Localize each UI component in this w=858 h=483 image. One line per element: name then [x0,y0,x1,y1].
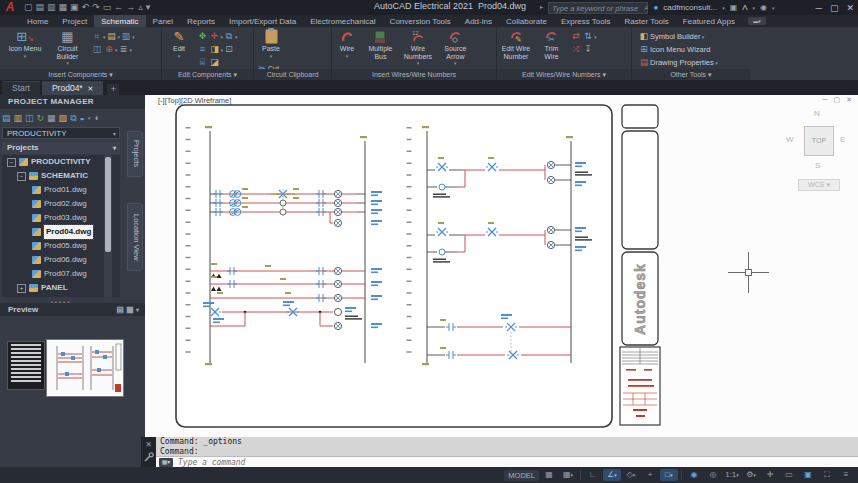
publish-icon[interactable]: ◒ [80,113,85,123]
details-icon[interactable]: ◖ [94,113,99,123]
wire-button[interactable]: Wire▾ [334,29,360,59]
source-arrow-button[interactable]: Source Arrow▾ [439,29,471,66]
autocad-logo-icon[interactable]: A [2,1,18,14]
ribbon-tab-conversion-tools[interactable]: Conversion Tools [383,15,458,27]
ribbon-tab-collaborate[interactable]: Collaborate [499,15,554,27]
insert-dot-icon[interactable]: ⊕ [103,44,115,55]
toggle-nonc-icon[interactable]: ⌸ [196,57,208,68]
tree-file-prod03[interactable]: Prod03.dwg [2,211,120,225]
swap-block-icon[interactable]: ◪ [208,57,220,68]
tree-file-prod07[interactable]: Prod07.dwg [2,267,120,281]
viewcube-top-face[interactable]: TOP [804,126,834,156]
search-expand-icon[interactable]: ▸ [540,3,543,10]
move-component-icon[interactable]: ✛ [208,31,220,42]
search-input[interactable] [548,2,648,14]
tab-close-icon[interactable]: ✕ [87,85,93,92]
model-space-button[interactable]: MODEL [504,470,539,481]
new-icon[interactable]: ▢ [24,1,33,14]
side-tab-location-view[interactable]: Location View [127,203,143,271]
plot-icon[interactable]: ▣ [70,1,79,14]
tab-start[interactable]: Start [2,81,40,95]
search-icon[interactable]: ⌕ [644,3,648,13]
tree-file-prod05[interactable]: Prod05.dwg [2,239,120,253]
stretch-wire-icon[interactable]: ↧ [582,44,594,55]
undo-icon[interactable]: ↶ [82,1,90,14]
retag-icon[interactable]: ⊡ [223,44,235,55]
flip-wire-number-icon[interactable]: ⇅ [582,31,594,42]
ribbon-tab-electromechanical[interactable]: Electromechanical [303,15,382,27]
minimize-icon[interactable]: ─ [816,3,822,13]
ribbon-tab-add-ins[interactable]: Add-ins [458,15,499,27]
drawing-properties-button[interactable]: ▤ Drawing Properties ▾ [638,56,750,69]
icon-menu-wizard-button[interactable]: ⊞ Icon Menu Wizard [638,43,750,56]
clean-screen-icon[interactable]: ⛶ [818,469,836,481]
align-icon[interactable]: ≡ [196,44,208,55]
autodesk-a-icon[interactable]: Λ [742,3,747,12]
refresh-icon[interactable]: ↻ [37,113,45,123]
redo-icon[interactable]: ↷ [92,1,100,14]
new-drawing-tab-icon[interactable]: + [107,84,119,95]
dynamic-input-icon[interactable]: + [641,469,659,481]
tree-node-productivity[interactable]: −PRODUCTIVITY [2,155,120,169]
insert-ladder-icon[interactable]: ≣ [117,44,129,55]
preview-thumbnail-table[interactable] [7,341,45,390]
panel-label-insert-wires[interactable]: Insert Wires/Wire Numbers [332,69,496,80]
scoot-icon[interactable]: ✥ [196,31,208,42]
forward-icon[interactable]: → [126,1,135,14]
edit-button[interactable]: ✎ Edit▾ [166,29,192,59]
drawing-canvas[interactable]: [-][Top][2D Wireframe] ─ ▢ ✕ [145,95,858,437]
ribbon-display-toggle-icon[interactable]: ▬▾ [748,17,766,25]
open-folder-icon[interactable]: ▤ [36,1,45,14]
open-project-icon[interactable]: ▥ [14,113,23,123]
print-icon[interactable]: ▭ [103,1,112,14]
annotation-scale-button[interactable]: 1:1▾ [723,469,741,481]
command-wrench-icon[interactable] [144,452,154,462]
multiple-insert-icon[interactable]: ⌗ [91,31,103,42]
ribbon-tab-reports[interactable]: Reports [180,15,222,27]
command-close-icon[interactable]: ✕ [145,440,152,449]
trim-wire-button[interactable]: ✂ Trim Wire [537,29,565,60]
viewcube-south[interactable]: S [815,161,820,170]
projects-header[interactable]: Projects▾ [2,142,120,154]
user-dropdown-icon[interactable]: ▾ [722,5,725,11]
tab-prod04[interactable]: Prod04* ✕ [42,81,103,95]
ribbon-tab-project[interactable]: Project [55,15,94,27]
close-icon[interactable]: ✕ [846,3,854,13]
share-icon[interactable]: ▵ [138,1,143,14]
viewcube-west[interactable]: W [786,135,794,144]
app-store-icon[interactable]: ▣ [730,3,738,12]
help-dropdown-icon[interactable]: ▾ [772,5,775,11]
workspace-gear-icon[interactable]: ⚙▾ [742,469,760,481]
snap-icon[interactable]: ▦▾ [559,469,577,481]
toolbar-dropdown-icon[interactable]: ▾ [88,115,91,121]
grid-icon[interactable]: ▦ [540,469,558,481]
new-project-icon[interactable]: ▤ [2,113,11,123]
back-icon[interactable]: ← [114,1,123,14]
paste-button[interactable]: Paste▾ [258,29,284,59]
save-icon[interactable]: ▥ [47,1,56,14]
side-tab-projects[interactable]: Projects [127,131,143,177]
insert-connector-icon[interactable]: ▥ [120,31,132,42]
symbol-builder-button[interactable]: ◧ Symbol Builder ▾ [638,30,750,43]
tree-node-schematic[interactable]: −SCHEMATIC [2,169,120,183]
insert-terminal-icon[interactable]: ◫ [91,44,103,55]
graphics-performance-icon[interactable]: ▣ [799,469,817,481]
panel-label-circuit-clipboard[interactable]: Circuit Clipboard [254,69,331,80]
project-task-icon[interactable]: ◫ [25,113,34,123]
restore-icon[interactable]: ▢ [830,3,839,13]
copy-project-icon[interactable]: ⧉ [70,113,76,124]
ribbon-tab-raster-tools[interactable]: Raster Tools [618,15,676,27]
signin-user[interactable]: cadfmconsult... [663,3,717,12]
tree-scrollbar[interactable] [104,155,112,297]
tree-file-prod06[interactable]: Prod06.dwg [2,253,120,267]
viewcube-east[interactable]: E [840,135,845,144]
annotation-monitor-icon[interactable]: ✛ [761,469,779,481]
ribbon-tab-home[interactable]: Home [20,15,55,27]
multiple-bus-button[interactable]: Multiple Bus [364,29,396,60]
save-as-icon[interactable]: ▦ [59,1,68,14]
annotation-visibility-icon[interactable]: ◉ [685,469,703,481]
panel-label-edit-wires[interactable]: Edit Wires/Wire Numbers ▾ [497,69,631,80]
circuit-builder-button[interactable]: ▦ Circuit Builder▾ [48,29,86,66]
customize-icon[interactable]: ≡ [837,469,855,481]
project-folder-icon[interactable]: ▧ [59,113,68,123]
